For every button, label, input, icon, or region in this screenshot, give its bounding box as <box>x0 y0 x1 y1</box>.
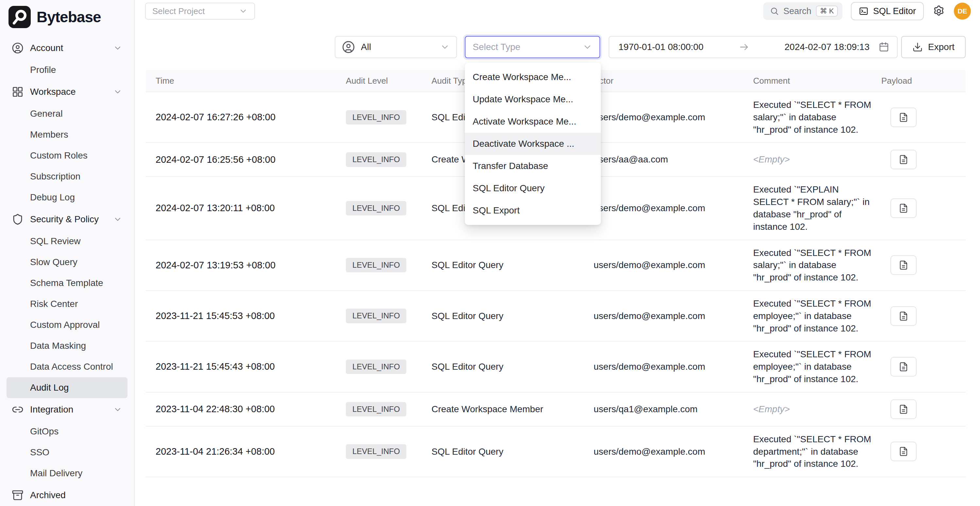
column-header-time: Time <box>146 76 346 86</box>
cell-comment: Executed `"SELECT * FROM employee;"` in … <box>753 342 881 391</box>
date-range-picker[interactable]: 1970-01-01 08:00:00 2024-02-07 18:09:13 <box>609 36 897 58</box>
cell-audit-type: Create Workspace Member <box>431 396 593 422</box>
dropdown-option-transfer-database[interactable]: Transfer Database <box>465 155 601 177</box>
dropdown-option-update-workspace-me[interactable]: Update Workspace Me... <box>465 88 601 110</box>
table-row: 2024-02-07 13:19:53 +08:00LEVEL_INFOSQL … <box>146 240 966 291</box>
sidebar-item-archived[interactable]: Archived <box>6 484 127 506</box>
user-icon <box>12 42 24 54</box>
cell-time: 2024-02-07 13:20:11 +08:00 <box>146 195 346 221</box>
audit-level-badge: LEVEL_INFO <box>346 152 406 167</box>
sidebar-item-subscription[interactable]: Subscription <box>6 166 127 187</box>
cell-actor: users/demo@example.com <box>593 354 753 380</box>
sidebar-item-risk-center[interactable]: Risk Center <box>6 294 127 315</box>
sidebar-item-slow-query[interactable]: Slow Query <box>6 252 127 273</box>
terminal-icon <box>859 6 869 16</box>
payload-button[interactable] <box>891 442 916 461</box>
sidebar-section-security-policy[interactable]: Security & Policy <box>6 208 127 231</box>
avatar[interactable]: DE <box>954 3 971 20</box>
gear-icon[interactable] <box>932 5 945 18</box>
sidebar-item-debug-log[interactable]: Debug Log <box>6 187 127 208</box>
sidebar-item-mail-delivery[interactable]: Mail Delivery <box>6 463 127 484</box>
payload-button[interactable] <box>891 255 916 275</box>
search-input[interactable]: Search ⌘ K <box>763 2 842 20</box>
cell-audit-level: LEVEL_INFO <box>346 353 431 380</box>
sidebar-nav: AccountProfileWorkspaceGeneralMembersCus… <box>0 34 134 506</box>
sidebar-section-account[interactable]: Account <box>6 37 127 59</box>
section-label: Workspace <box>30 87 76 97</box>
sidebar-item-audit-log[interactable]: Audit Log <box>6 377 127 398</box>
sidebar-item-schema-template[interactable]: Schema Template <box>6 273 127 294</box>
sidebar-item-sql-review[interactable]: SQL Review <box>6 231 127 252</box>
chevron-down-icon <box>113 87 122 96</box>
table-row: 2023-11-21 15:45:53 +08:00LEVEL_INFOSQL … <box>146 291 966 342</box>
cell-comment: Executed `"SELECT * FROM salary;"` in da… <box>753 92 881 142</box>
sidebar-item-data-access-control[interactable]: Data Access Control <box>6 356 127 377</box>
chevron-down-icon <box>113 215 122 224</box>
chevron-down-icon <box>113 405 122 414</box>
payload-button[interactable] <box>891 399 916 419</box>
type-dropdown-menu: Create Workspace Me...Update Workspace M… <box>465 63 601 225</box>
project-select[interactable]: Select Project <box>145 3 255 20</box>
sidebar-item-gitops[interactable]: GitOps <box>6 421 127 442</box>
audit-level-badge: LEVEL_INFO <box>346 360 406 374</box>
sidebar-item-profile[interactable]: Profile <box>6 59 127 80</box>
cell-time: 2024-02-07 16:27:26 +08:00 <box>146 104 346 130</box>
main-area: Select Project Search ⌘ K SQL Editor DE <box>135 0 980 506</box>
grid-icon <box>12 86 24 98</box>
user-circle-icon <box>342 41 355 54</box>
cell-actor: users/demo@example.com <box>593 105 753 130</box>
section-label: Security & Policy <box>30 214 99 224</box>
payload-button[interactable] <box>891 357 916 377</box>
sidebar-item-data-masking[interactable]: Data Masking <box>6 336 127 356</box>
sidebar-item-members[interactable]: Members <box>6 124 127 145</box>
table-row: 2023-11-04 22:48:30 +08:00LEVEL_INFOCrea… <box>146 393 966 426</box>
payload-button[interactable] <box>891 150 916 169</box>
sidebar-section-workspace[interactable]: Workspace <box>6 80 127 103</box>
audit-level-badge: LEVEL_INFO <box>346 309 406 323</box>
topbar: Select Project Search ⌘ K SQL Editor DE <box>135 0 980 22</box>
audit-log-content: All Select Type 1970-01-01 08:00:00 2024… <box>135 22 980 506</box>
sidebar-item-general[interactable]: General <box>6 103 127 124</box>
sidebar-item-custom-approval[interactable]: Custom Approval <box>6 315 127 336</box>
download-icon <box>912 42 923 52</box>
cell-comment: <Empty> <box>753 396 881 422</box>
cell-actor: users/qa1@example.com <box>593 396 753 422</box>
search-shortcut: ⌘ K <box>816 6 838 17</box>
dropdown-option-sql-editor-query[interactable]: SQL Editor Query <box>465 177 601 199</box>
cell-time: 2023-11-04 21:26:34 +08:00 <box>146 439 346 465</box>
section-label: Account <box>30 43 63 53</box>
payload-button[interactable] <box>891 199 916 218</box>
export-button[interactable]: Export <box>901 36 966 58</box>
payload-button[interactable] <box>891 306 916 326</box>
sidebar-item-custom-roles[interactable]: Custom Roles <box>6 145 127 166</box>
cell-audit-level: LEVEL_INFO <box>346 438 431 465</box>
sidebar-section-integration[interactable]: Integration <box>6 398 127 421</box>
sidebar-item-sso[interactable]: SSO <box>6 442 127 463</box>
cell-comment: Executed `"SELECT * FROM employee;"` in … <box>753 291 881 341</box>
payload-button[interactable] <box>891 108 916 127</box>
section-label: Archived <box>30 490 66 500</box>
brand-logo[interactable]: Bytebase <box>0 0 134 34</box>
date-from-value: 1970-01-01 08:00:00 <box>619 42 703 52</box>
type-filter-select[interactable]: Select Type <box>465 36 600 58</box>
chevron-down-icon <box>239 6 248 16</box>
sql-editor-button[interactable]: SQL Editor <box>851 2 924 20</box>
cell-payload <box>881 249 965 282</box>
table-row: 2023-11-21 15:45:43 +08:00LEVEL_INFOSQL … <box>146 342 966 392</box>
cell-time: 2023-11-21 15:45:43 +08:00 <box>146 354 346 380</box>
search-label: Search <box>784 6 811 16</box>
actor-filter-select[interactable]: All <box>335 36 457 58</box>
search-icon <box>770 6 779 16</box>
audit-level-badge: LEVEL_INFO <box>346 258 406 272</box>
cell-time: 2024-02-07 16:25:56 +08:00 <box>146 147 346 173</box>
cell-comment: <Empty> <box>753 147 881 172</box>
cell-actor: users/aa@aa.com <box>593 147 753 172</box>
cell-payload <box>881 300 965 333</box>
dropdown-option-activate-workspace-me[interactable]: Activate Workspace Me... <box>465 110 601 133</box>
dropdown-option-sql-export[interactable]: SQL Export <box>465 199 601 222</box>
dropdown-option-deactivate-workspace[interactable]: Deactivate Workspace ... <box>465 133 601 155</box>
chevron-down-icon <box>582 42 592 52</box>
filter-bar: All Select Type 1970-01-01 08:00:00 2024… <box>135 36 980 58</box>
dropdown-option-create-workspace-me[interactable]: Create Workspace Me... <box>465 66 601 88</box>
column-header-audit-level: Audit Level <box>346 76 431 86</box>
